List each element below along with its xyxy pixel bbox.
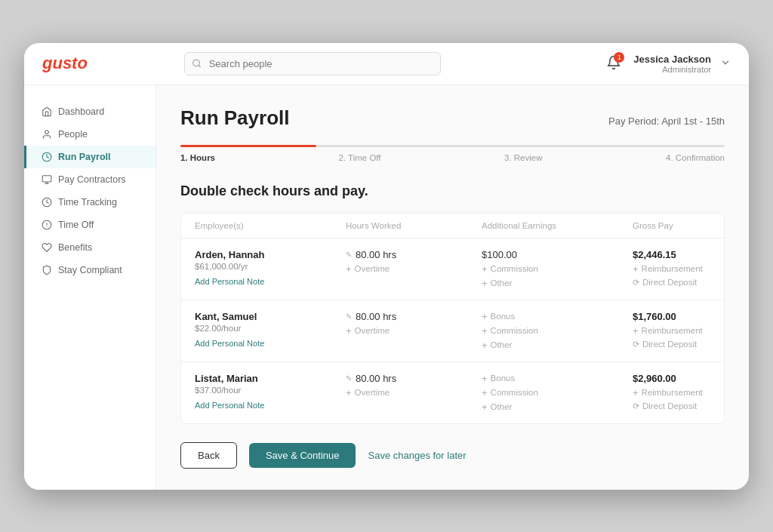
direct-deposit-line-2[interactable]: ⟳ Direct Deposit (633, 340, 710, 349)
employee-rate-3: $37.00/hour (195, 386, 346, 395)
reimbursement-line-3[interactable]: + Reimbursement (633, 387, 710, 398)
plus-icon-3a: + (346, 387, 352, 398)
save-later-button[interactable]: Save changes for later (368, 450, 466, 461)
progress-container: 1. Hours 2. Time Off 3. Review 4. Confir… (180, 145, 725, 162)
user-name: Jessica Jackson (633, 54, 711, 65)
earnings-cell-3: + Bonus + Commission + Other (482, 373, 633, 413)
payroll-table: Employee(s) Hours Worked Additional Earn… (180, 213, 725, 424)
user-info: Jessica Jackson Administrator (633, 54, 711, 74)
direct-deposit-label-2: Direct Deposit (642, 340, 697, 349)
sidebar-item-time-tracking[interactable]: Time Tracking (24, 191, 156, 214)
add-overtime-2[interactable]: + Overtime (346, 325, 482, 337)
hours-value-1[interactable]: 80.00 hrs (356, 249, 396, 260)
direct-deposit-line-1[interactable]: ⟳ Direct Deposit (633, 278, 710, 288)
direct-deposit-label-1: Direct Deposit (642, 278, 697, 287)
hours-cell-3: ✎ 80.00 hrs + Overtime (346, 373, 482, 398)
add-other-3[interactable]: + Other (482, 401, 633, 413)
col-employees: Employee(s) (195, 221, 346, 230)
step-confirmation[interactable]: 4. Confirmation (666, 153, 725, 162)
plus-icon-3b: + (482, 373, 488, 384)
overtime-label-3: Overtime (355, 388, 390, 397)
step-hours[interactable]: 1. Hours (180, 153, 215, 162)
hours-cell-2: ✎ 80.00 hrs + Overtime (346, 311, 482, 337)
hours-value-3[interactable]: 80.00 hrs (356, 373, 396, 384)
reimbursement-line-1[interactable]: + Reimbursement (633, 263, 710, 275)
earnings-cell-1: $100.00 + Commission + Other (482, 249, 633, 289)
hours-value-2[interactable]: 80.00 hrs (356, 311, 396, 322)
add-note-2[interactable]: Add Personal Note (195, 339, 346, 348)
employee-info-3: Listat, Marian $37.00/hour Add Personal … (195, 373, 346, 410)
commission-label-2: Commission (491, 326, 538, 335)
sidebar-item-people[interactable]: People (24, 123, 156, 146)
page-title: Run Payroll (180, 106, 289, 130)
section-subtitle: Double check hours and pay. (180, 183, 725, 199)
step-review[interactable]: 3. Review (504, 153, 543, 162)
sidebar-label-run-payroll: Run Payroll (58, 152, 110, 162)
direct-deposit-label-3: Direct Deposit (642, 401, 697, 411)
sidebar-item-time-off[interactable]: Time Off (24, 214, 156, 236)
sidebar-item-dashboard[interactable]: Dashboard (24, 100, 156, 123)
add-note-1[interactable]: Add Personal Note (195, 277, 346, 286)
sidebar-item-stay-compliant[interactable]: Stay Compliant (24, 259, 156, 281)
svg-point-2 (45, 130, 49, 134)
main-layout: Dashboard People Run Payroll (24, 85, 749, 490)
back-button[interactable]: Back (180, 442, 237, 469)
table-row: Kant, Samuel $22.00/hour Add Personal No… (181, 300, 724, 362)
save-continue-button[interactable]: Save & Continue (249, 443, 356, 468)
progress-track (180, 145, 725, 147)
add-commission-3[interactable]: + Commission (482, 387, 633, 398)
payroll-icon (42, 152, 52, 162)
sidebar-label-people: People (58, 129, 88, 140)
notification-button[interactable]: 1 (603, 52, 624, 75)
plus-icon-2b: + (482, 311, 488, 322)
gross-cell-2: $1,760.00 + Reimbursement ⟳ Direct Depos… (633, 311, 710, 349)
sidebar-item-run-payroll[interactable]: Run Payroll (24, 146, 156, 168)
sidebar-label-benefits: Benefits (58, 242, 92, 253)
add-commission-2[interactable]: + Commission (482, 325, 633, 337)
step-time-off[interactable]: 2. Time Off (339, 153, 381, 162)
commission-label-1: Commission (491, 264, 538, 273)
home-icon (42, 106, 52, 117)
add-overtime-3[interactable]: + Overtime (346, 387, 482, 398)
plus-icon-1a: + (346, 263, 352, 275)
direct-deposit-line-3[interactable]: ⟳ Direct Deposit (633, 401, 710, 411)
add-commission-1[interactable]: + Commission (482, 263, 633, 275)
heart-icon (42, 242, 52, 253)
person-icon (42, 129, 52, 140)
sidebar-label-time-off: Time Off (58, 220, 94, 230)
sidebar: Dashboard People Run Payroll (24, 85, 156, 490)
chevron-down-icon (720, 57, 731, 68)
app-container: gusto 1 Jessica Jackson Administrator (24, 43, 749, 490)
content-area: Run Payroll Pay Period: April 1st - 15th… (156, 85, 749, 490)
col-gross: Gross Pay (633, 221, 710, 230)
commission-label-3: Commission (491, 388, 538, 397)
user-role: Administrator (662, 65, 711, 74)
add-bonus-2[interactable]: + Bonus (482, 311, 633, 322)
search-icon (192, 59, 202, 69)
col-hours: Hours Worked (346, 221, 482, 230)
user-menu-button[interactable] (720, 57, 731, 70)
clock-icon (42, 197, 52, 208)
bonus-label-3: Bonus (491, 374, 516, 383)
search-input[interactable] (184, 52, 441, 75)
table-row: Arden, Hannah $61,000.00/yr Add Personal… (181, 238, 724, 300)
sidebar-item-pay-contractors[interactable]: Pay Contractors (24, 168, 156, 191)
plus-icon-3c: + (482, 387, 488, 398)
deposit-icon-1: ⟳ (633, 278, 639, 288)
add-other-1[interactable]: + Other (482, 278, 633, 289)
add-other-2[interactable]: + Other (482, 340, 633, 351)
reimbursement-line-2[interactable]: + Reimbursement (633, 325, 710, 337)
add-bonus-3[interactable]: + Bonus (482, 373, 633, 384)
add-overtime-1[interactable]: + Overtime (346, 263, 482, 275)
notification-badge: 1 (614, 52, 624, 63)
hours-cell-1: ✎ 80.00 hrs + Overtime (346, 249, 482, 275)
gross-amount-2: $1,760.00 (633, 311, 710, 322)
add-note-3[interactable]: Add Personal Note (195, 401, 346, 410)
steps-row: 1. Hours 2. Time Off 3. Review 4. Confir… (180, 153, 725, 162)
employee-rate-2: $22.00/hour (195, 324, 346, 333)
timeoff-icon (42, 220, 52, 230)
overtime-label-1: Overtime (355, 264, 390, 273)
sidebar-label-time-tracking: Time Tracking (58, 197, 117, 208)
sidebar-item-benefits[interactable]: Benefits (24, 236, 156, 259)
other-label-3: Other (491, 402, 513, 411)
